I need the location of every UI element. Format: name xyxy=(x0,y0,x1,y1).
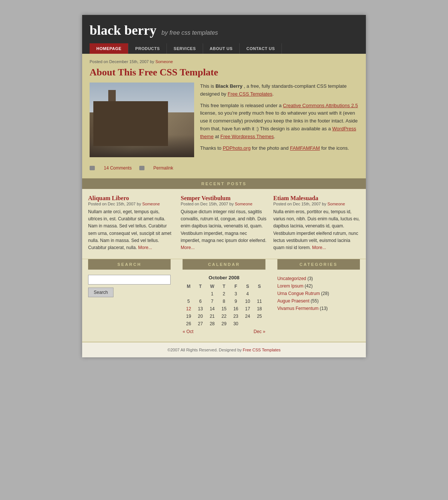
cal-cell: 8 xyxy=(218,298,230,305)
cal-cell xyxy=(242,320,253,327)
post-para-3: Thanks to PDPhoto.org for the photo and … xyxy=(200,145,358,152)
post-card-2-title-link[interactable]: Semper Vestibulum xyxy=(181,195,231,201)
cal-cell: 9 xyxy=(230,298,242,305)
site-title: black berry xyxy=(90,23,156,38)
cal-day-s: S xyxy=(242,283,253,290)
list-item: Augue Praesent (55) xyxy=(277,297,360,305)
cal-next-link[interactable]: Dec » xyxy=(253,329,265,334)
list-item: Uncategorized (3) xyxy=(277,275,360,282)
nav-about[interactable]: ABOUT US xyxy=(203,43,240,54)
cal-day-f: F xyxy=(230,283,242,290)
cal-cell: 23 xyxy=(230,313,242,320)
calendar-month: October 2008 xyxy=(183,275,265,280)
search-button[interactable]: Search xyxy=(88,288,113,297)
cal-cell: 7 xyxy=(206,298,218,305)
category-urna-congue[interactable]: Urna Congue Rutrum xyxy=(277,291,320,296)
cal-cell: 20 xyxy=(195,313,206,320)
post-date: Posted on December 15th, 2007 by xyxy=(90,59,154,64)
post-card-3-title: Etiam Malesuada xyxy=(273,195,360,202)
famfam-link[interactable]: FAMFAMFAM xyxy=(290,145,320,151)
cal-prev-link[interactable]: « Oct xyxy=(183,329,193,334)
cal-cell xyxy=(183,290,195,298)
post-meta: Posted on December 15th, 2007 by Someone xyxy=(90,59,358,64)
cal-day-s2: S xyxy=(253,283,265,290)
content-area: Posted on December 15th, 2007 by Someone… xyxy=(82,54,366,342)
post-body: This is Black Berry , a free, fully stan… xyxy=(90,83,358,157)
post-author[interactable]: Someone xyxy=(155,59,173,64)
cal-cell: 3 xyxy=(230,290,242,298)
list-item: Urna Congue Rutrum (28) xyxy=(277,290,360,297)
cal-day-12-link[interactable]: 12 xyxy=(186,306,191,311)
post-para-2: This free template is released under a C… xyxy=(200,102,358,141)
search-widget-header: SEARCH xyxy=(88,259,171,270)
post-card-1-excerpt: Nullam ante orci, eget, tempus quis, ult… xyxy=(88,208,175,251)
cal-cell: 22 xyxy=(218,313,230,320)
search-widget: SEARCH Search xyxy=(82,259,177,334)
cal-cell: 26 xyxy=(183,320,195,327)
cal-week-2: 5 6 7 8 9 10 11 xyxy=(183,298,265,305)
post-card-3-title-link[interactable]: Etiam Malesuada xyxy=(273,195,318,201)
cal-cell: 4 xyxy=(242,290,253,298)
cal-day-t: T xyxy=(195,283,206,290)
post-card-2-author[interactable]: Someone xyxy=(235,202,252,206)
cal-day-t2: T xyxy=(218,283,230,290)
site-footer: ©2007 All Rights Reserved. Designed by F… xyxy=(82,342,366,357)
post-card-1-title: Aliquam Libero xyxy=(88,195,175,202)
cal-cell: 18 xyxy=(253,305,265,313)
post-card-1-more[interactable]: More... xyxy=(138,245,152,250)
post-card-2-more[interactable]: More... xyxy=(181,245,195,250)
pdphoto-link[interactable]: PDPhoto.org xyxy=(223,145,251,151)
comment-icon xyxy=(90,166,95,170)
category-uncategorized[interactable]: Uncategorized xyxy=(277,276,306,281)
free-css-link[interactable]: Free CSS Templates xyxy=(228,91,273,97)
cal-week-5: 26 27 28 29 30 xyxy=(183,320,265,327)
calendar-table: October 2008 M T W T F S S xyxy=(183,275,265,327)
free-wp-link[interactable]: Free Wordpress Themes xyxy=(220,134,274,139)
categories-widget-header: CATEGORIES xyxy=(277,259,360,270)
post-card-1-title-link[interactable]: Aliquam Libero xyxy=(88,195,129,201)
post-card-2: Semper Vestibulum Posted on Dec 15th, 20… xyxy=(181,195,267,251)
cal-cell: 25 xyxy=(253,313,265,320)
list-item: Lorem Ipsum (42) xyxy=(277,282,360,290)
cal-cell: 27 xyxy=(195,320,206,327)
nav-services[interactable]: SERVICES xyxy=(167,43,203,54)
category-augue-praesent[interactable]: Augue Praesent xyxy=(277,298,309,304)
permalink-icon xyxy=(139,166,144,170)
cal-cell: 1 xyxy=(206,290,218,298)
comments-link[interactable]: 14 Comments xyxy=(104,165,132,171)
post-card-3-more[interactable]: More... xyxy=(312,245,326,250)
cal-week-4: 19 20 21 22 23 24 25 xyxy=(183,313,265,320)
search-input[interactable] xyxy=(88,275,171,285)
nav-products[interactable]: PRODUCTS xyxy=(128,43,167,54)
footer-link[interactable]: Free CSS Templates xyxy=(243,348,280,352)
cal-cell: 29 xyxy=(218,320,230,327)
nav-homepage[interactable]: HOMEPAGE xyxy=(90,43,128,54)
cal-week-1: 1 2 3 4 xyxy=(183,290,265,298)
post-card-3: Etiam Malesuada Posted on Dec 15th, 2007… xyxy=(273,195,360,251)
site-header: black berry by free css templates HOMEPA… xyxy=(82,15,366,54)
cal-cell: 5 xyxy=(183,298,195,305)
post-image-placeholder xyxy=(90,83,194,157)
site-tagline: by free css templates xyxy=(162,29,218,36)
cal-cell: 21 xyxy=(206,313,218,320)
post-card-1-author[interactable]: Someone xyxy=(142,202,160,206)
footer-text: ©2007 All Rights Reserved. Designed by xyxy=(167,348,242,352)
cc-link[interactable]: Creative Commons Attributions 2.5 xyxy=(283,103,358,108)
category-lorem-ipsum[interactable]: Lorem Ipsum xyxy=(277,283,304,289)
cal-day-m: M xyxy=(183,283,195,290)
cal-cell: 10 xyxy=(242,298,253,305)
nav-contact[interactable]: CONTACT US xyxy=(240,43,282,54)
permalink-link[interactable]: Permalink xyxy=(153,165,173,171)
category-vivamus[interactable]: Vivamus Fermentum xyxy=(277,306,318,311)
post-card-3-author[interactable]: Someone xyxy=(327,202,345,206)
calendar-widget-header: CALENDAR xyxy=(183,259,265,270)
cal-cell: 6 xyxy=(195,298,206,305)
main-post: Posted on December 15th, 2007 by Someone… xyxy=(82,54,366,178)
category-count: (3) xyxy=(307,276,313,281)
cal-cell: 24 xyxy=(242,313,253,320)
cal-cell: 30 xyxy=(230,320,242,327)
calendar-nav: « Oct Dec » xyxy=(183,327,265,334)
cal-cell: 28 xyxy=(206,320,218,327)
cal-cell: 16 xyxy=(230,305,242,313)
cal-cell-linked[interactable]: 12 xyxy=(183,305,195,313)
